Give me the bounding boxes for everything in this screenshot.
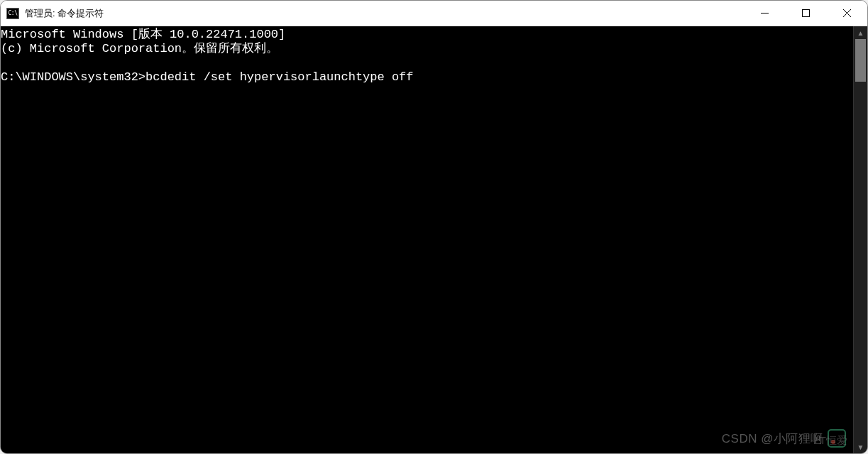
app-icon-text: C:\ [9,11,18,16]
console-output[interactable]: Microsoft Windows [版本 10.0.22471.1000] (… [1,26,853,453]
console-prompt-line: C:\WINDOWS\system32>bcdedit /set hypervi… [1,70,414,84]
scrollbar-thumb[interactable] [855,39,866,82]
close-icon [843,9,851,17]
console-line-version: Microsoft Windows [版本 10.0.22471.1000] [1,28,285,41]
minimize-button[interactable] [744,1,785,26]
scroll-down-arrow-icon[interactable]: ▼ [854,441,867,453]
scroll-up-arrow-icon[interactable]: ▲ [854,26,867,39]
console-command[interactable]: bcdedit /set hypervisorlaunchtype off [145,70,413,84]
command-prompt-window: C:\ 管理员: 命令提示符 Microsoft Windows [版本 10.… [0,0,868,454]
window-controls [744,1,867,26]
maximize-icon [802,9,810,17]
console-prompt: C:\WINDOWS\system32> [1,70,145,84]
svg-rect-1 [802,10,809,17]
vertical-scrollbar[interactable]: ▲ ▼ [853,26,867,453]
console-wrap: Microsoft Windows [版本 10.0.22471.1000] (… [1,26,867,453]
maximize-button[interactable] [785,1,826,26]
window-title: 管理员: 命令提示符 [25,7,744,20]
titlebar[interactable]: C:\ 管理员: 命令提示符 [1,1,867,26]
app-icon: C:\ [6,8,19,19]
minimize-icon [761,9,769,17]
console-line-copyright: (c) Microsoft Corporation。保留所有权利。 [1,42,278,55]
close-button[interactable] [826,1,867,26]
